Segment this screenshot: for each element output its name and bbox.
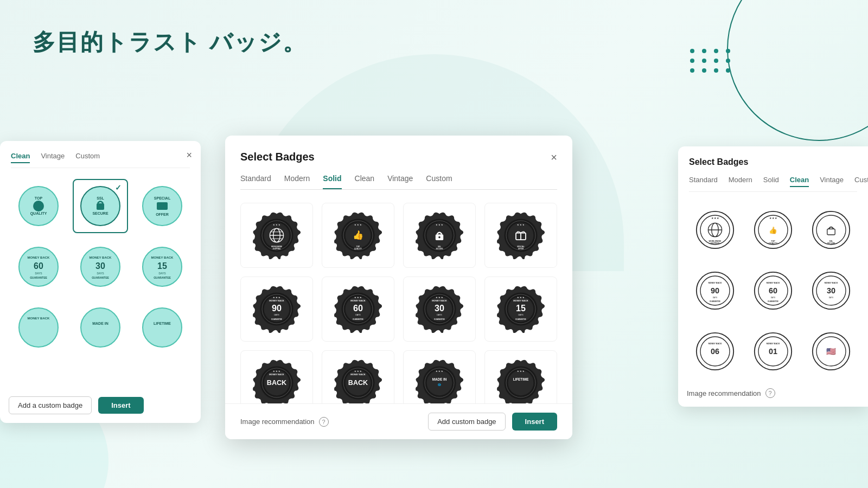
svg-text:QUALITY: QUALITY [354,248,362,250]
badge-money-back-30[interactable]: MONEY BACK 30 DAYS GUARANTEE ★ ★ ★ [403,277,476,342]
svg-text:MONEY BACK: MONEY BACK [151,256,174,259]
left-badge-ssl-secure[interactable]: SSL SECURE [73,179,128,233]
svg-text:DAYS: DAYS [712,297,717,299]
right-badge-flag[interactable]: 🇺🇸 [806,324,857,378]
badge-money-back-90[interactable]: MONEY BACK 90 DAYS GUARANTEE ★ ★ ★ [240,277,313,342]
badge-ssl-secure[interactable]: ★ ★ ★ SSL SECURE [403,203,476,268]
tab-custom[interactable]: Custom [426,174,452,189]
svg-text:★ ★ ★: ★ ★ ★ [711,217,719,220]
right-badge-60[interactable]: MONEY BACK 60 DAYS GUARANTEE [747,264,799,318]
left-insert-button[interactable]: Insert [98,397,143,414]
svg-text:🇺🇸: 🇺🇸 [826,346,836,356]
badge-lifetime[interactable]: LIFETIME ★ ★ ★ [484,350,557,409]
insert-button[interactable]: Insert [512,413,557,431]
left-tab-vintage[interactable]: Vintage [41,152,65,163]
svg-text:QUALITY: QUALITY [30,211,47,216]
right-tab-clean[interactable]: Clean [790,176,809,187]
svg-text:👍: 👍 [769,226,777,235]
badge-special-offer[interactable]: ★ ★ ★ SPECIAL OFFER [484,203,557,268]
tab-solid[interactable]: Solid [323,174,341,189]
left-badge-made-in[interactable]: MADE IN [73,300,128,355]
tab-standard[interactable]: Standard [240,174,271,189]
svg-point-55 [438,236,441,239]
svg-text:GUARANTEE: GUARANTEE [30,276,47,279]
svg-text:MONEY BACK: MONEY BACK [513,299,528,302]
page-title: 多目的トラスト バッジ。 [33,27,307,57]
right-tab-custom[interactable]: Custom [854,176,868,187]
left-panel-tabs: Clean Vintage Custom [11,152,190,168]
svg-text:★ ★ ★: ★ ★ ★ [517,224,525,226]
right-panel-title: Select Badges [689,157,857,167]
left-tab-custom[interactable]: Custom [75,152,100,163]
left-badge-ssl-quality[interactable]: TOP QUALITY [11,179,66,233]
badge-money-back-partial2[interactable]: MONEY BACK BACK ★ ★ ★ [322,350,394,409]
add-custom-badge-button[interactable]: Add custom badge [428,413,505,431]
svg-text:MONEY BACK: MONEY BACK [28,317,50,320]
tab-modern[interactable]: Modern [284,174,310,189]
svg-text:DAYS: DAYS [437,314,442,316]
svg-text:TOP: TOP [771,240,775,242]
svg-text:MONEY BACK: MONEY BACK [269,373,284,376]
svg-rect-7 [97,203,104,210]
right-image-recommendation-label: Image recommendation [687,389,761,397]
left-badge-money-back-extra[interactable]: MONEY BACK [11,300,66,355]
svg-text:15: 15 [157,261,167,271]
right-info-icon[interactable]: ? [765,388,775,398]
svg-text:GUARANTEE: GUARANTEE [710,300,720,303]
svg-text:★ ★ ★: ★ ★ ★ [436,297,443,299]
badge-made-in[interactable]: MADE IN 🌐 ★ ★ ★ [403,350,476,409]
svg-text:SECURE: SECURE [92,211,108,215]
right-tab-vintage[interactable]: Vintage [820,176,844,187]
left-add-custom-badge-button[interactable]: Add a custom badge [9,396,92,414]
image-recommendation-label: Image recommendation [240,418,315,426]
left-badge-money-back-60[interactable]: MONEY BACK 60 DAYS GUARANTEE [11,240,66,294]
svg-text:MONEY BACK: MONEY BACK [708,343,722,345]
right-badge-ssl[interactable]: SSL SECURE [806,203,857,257]
left-badge-special-offer[interactable]: SPECIAL OFFER [135,179,190,233]
badge-top-quality[interactable]: 👍 ★ ★ ★ TOP QUALITY [322,203,394,268]
svg-text:60: 60 [769,286,777,295]
svg-text:SPECIAL: SPECIAL [154,196,171,200]
right-badge-grid: WORLDWIDE SHIPPING ★ ★ ★ 👍 TOP QUALITY ★… [689,203,857,378]
tab-vintage[interactable]: Vintage [387,174,413,189]
info-icon[interactable]: ? [319,417,329,427]
right-tab-solid[interactable]: Solid [763,176,779,187]
svg-text:★ ★ ★: ★ ★ ★ [273,297,280,299]
right-tab-modern[interactable]: Modern [729,176,752,187]
right-badge-30-partial[interactable]: MONEY BACK 30 DAYS [806,264,857,318]
svg-text:SSL: SSL [97,196,104,200]
right-badge-top-quality[interactable]: 👍 TOP QUALITY ★ ★ ★ [747,203,799,257]
left-badge-grid: TOP QUALITY SSL SECURE SPECIAL OFFER [11,179,190,355]
badge-money-back-15[interactable]: MONEY BACK 15 DAYS GUARANTEE ★ ★ ★ [484,277,557,342]
left-panel: × Clean Vintage Custom TOP QUALITY SSL S… [0,141,201,423]
svg-text:90: 90 [711,286,719,295]
svg-text:WORLDWIDE: WORLDWIDE [709,240,722,242]
left-badge-money-back-30[interactable]: MONEY BACK 30 DAYS GUARANTEE [73,240,128,294]
right-image-recommendation: Image recommendation ? [687,388,859,398]
right-badge-01[interactable]: MONEY BACK 01 [747,324,799,378]
svg-text:01: 01 [769,347,777,356]
svg-point-31 [143,308,182,347]
svg-text:LIFETIME: LIFETIME [154,322,171,325]
right-badge-worldwide[interactable]: WORLDWIDE SHIPPING ★ ★ ★ [689,203,741,257]
left-tab-clean[interactable]: Clean [11,152,30,163]
right-panel-footer: Image recommendation ? [687,388,859,398]
bg-circle-decoration [727,0,868,141]
svg-text:30: 30 [827,286,835,295]
right-badge-06[interactable]: MONEY BACK 06 [689,324,741,378]
left-badge-lifetime[interactable]: LIFETIME [135,300,190,355]
svg-text:30: 30 [95,261,105,271]
dialog-close-button[interactable]: × [551,152,557,163]
right-badge-90[interactable]: MONEY BACK 90 DAYS GUARANTEE [689,264,741,318]
right-tab-standard[interactable]: Standard [689,176,718,187]
svg-text:SHIPPING: SHIPPING [272,248,281,250]
svg-text:60: 60 [34,261,43,271]
badge-money-back-60[interactable]: MONEY BACK 60 DAYS GUARANTEE ★ ★ ★ [322,277,394,342]
badge-money-back-partial1[interactable]: MONEY BACK BACK ★ ★ ★ [240,350,313,409]
svg-text:MONEY BACK: MONEY BACK [432,299,447,302]
tab-clean[interactable]: Clean [355,174,375,189]
left-badge-money-back-15[interactable]: MONEY BACK 15 DAYS GUARANTEE [135,240,190,294]
left-panel-close-button[interactable]: × [186,150,192,161]
left-panel-footer: Add a custom badge Insert [9,396,192,414]
badge-worldwide-shipping[interactable]: ★ ★ ★ WORLDWIDE SHIPPING [240,203,313,268]
